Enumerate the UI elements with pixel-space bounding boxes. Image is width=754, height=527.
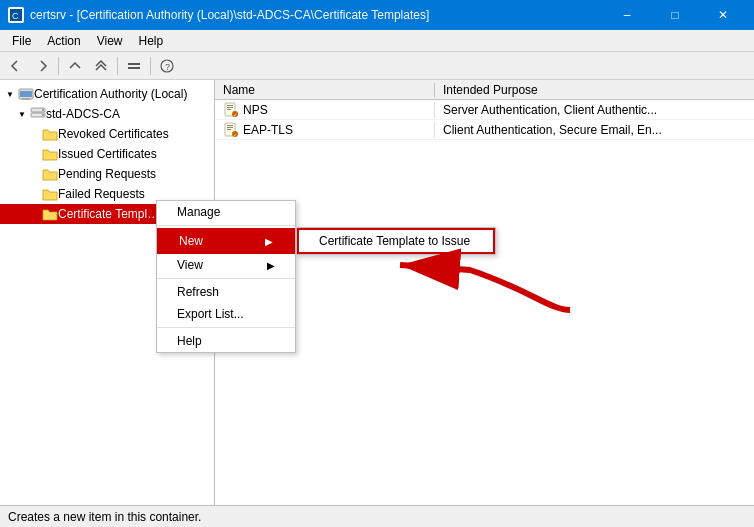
submenu-arrow-view: ▶: [267, 260, 275, 271]
status-bar: Creates a new item in this container.: [0, 505, 754, 527]
back-button[interactable]: [4, 55, 28, 77]
tree-issued-item[interactable]: ▶ Issued Certificates: [0, 144, 214, 164]
no-expand-icon-3: ▶: [28, 168, 40, 180]
title-bar-left: C certsrv - [Certification Authority (Lo…: [8, 7, 429, 23]
up-button[interactable]: [63, 55, 87, 77]
toolbar-separator-2: [117, 57, 118, 75]
svg-rect-14: [227, 105, 233, 106]
app-icon: C: [8, 7, 24, 23]
svg-point-12: [42, 114, 44, 116]
nps-purpose: Server Authentication, Client Authentic.…: [435, 103, 754, 117]
svg-point-11: [42, 109, 44, 111]
cert-template-icon-eaptls: ✓: [223, 122, 239, 138]
menu-file[interactable]: File: [4, 32, 39, 50]
server-icon: [30, 106, 46, 122]
toolbar: ?: [0, 52, 754, 80]
no-expand-icon-4: ▶: [28, 188, 40, 200]
svg-rect-22: [227, 129, 231, 130]
context-menu-sep-1: [157, 225, 295, 226]
adcs-label: std-ADCS-CA: [46, 107, 120, 121]
table-row[interactable]: ✓ NPS Server Authentication, Client Auth…: [215, 100, 754, 120]
forward-button[interactable]: [30, 55, 54, 77]
svg-text:?: ?: [165, 62, 170, 72]
eaptls-purpose: Client Authentication, Secure Email, En.…: [435, 123, 754, 137]
svg-rect-21: [227, 127, 233, 128]
show-hide-button[interactable]: [122, 55, 146, 77]
revoked-label: Revoked Certificates: [58, 127, 169, 141]
eaptls-label: EAP-TLS: [243, 123, 293, 137]
svg-rect-7: [22, 98, 30, 100]
svg-rect-2: [128, 63, 140, 65]
svg-text:C: C: [12, 11, 19, 21]
title-bar-controls: – □ ✕: [604, 0, 746, 30]
context-menu-sep-2: [157, 278, 295, 279]
svg-rect-15: [227, 107, 233, 108]
context-menu-sep-3: [157, 327, 295, 328]
no-expand-icon-2: ▶: [28, 148, 40, 160]
svg-rect-8: [20, 91, 32, 97]
context-menu: Manage New ▶ View ▶ Refresh Export List.…: [156, 200, 296, 353]
svg-rect-3: [128, 67, 140, 69]
cert-name-eaptls: ✓ EAP-TLS: [215, 122, 435, 138]
folder-templates-icon: [42, 206, 58, 222]
main-area: ▼ Certification Authority (Local) ▼ std-…: [0, 80, 754, 505]
context-menu-new[interactable]: New ▶: [157, 228, 295, 254]
minimize-button[interactable]: –: [604, 0, 650, 30]
svg-text:✓: ✓: [233, 111, 237, 117]
up2-button[interactable]: [89, 55, 113, 77]
title-bar: C certsrv - [Certification Authority (Lo…: [0, 0, 754, 30]
submenu-cert-template-to-issue[interactable]: Certificate Template to Issue: [297, 228, 495, 254]
context-menu-view[interactable]: View ▶: [157, 254, 295, 276]
column-header: Name Intended Purpose: [215, 80, 754, 100]
menu-view[interactable]: View: [89, 32, 131, 50]
table-row[interactable]: ✓ EAP-TLS Client Authentication, Secure …: [215, 120, 754, 140]
computer-icon: [18, 86, 34, 102]
menu-bar: File Action View Help: [0, 30, 754, 52]
svg-rect-16: [227, 109, 231, 110]
context-menu-help[interactable]: Help: [157, 330, 295, 352]
expand-adcs-icon: ▼: [16, 108, 28, 120]
folder-revoked-icon: [42, 126, 58, 142]
folder-failed-icon: [42, 186, 58, 202]
view-label: View: [177, 258, 203, 272]
help-button[interactable]: ?: [155, 55, 179, 77]
maximize-button[interactable]: □: [652, 0, 698, 30]
context-menu-manage[interactable]: Manage: [157, 201, 295, 223]
issued-label: Issued Certificates: [58, 147, 157, 161]
folder-issued-icon: [42, 146, 58, 162]
context-menu-refresh[interactable]: Refresh: [157, 281, 295, 303]
root-label: Certification Authority (Local): [34, 87, 187, 101]
toolbar-separator-3: [150, 57, 151, 75]
new-label: New: [179, 234, 203, 248]
no-expand-icon: ▶: [28, 128, 40, 140]
submenu: Certificate Template to Issue: [296, 227, 496, 255]
pending-label: Pending Requests: [58, 167, 156, 181]
submenu-arrow-new: ▶: [265, 236, 273, 247]
no-expand-icon-5: ▶: [28, 208, 40, 220]
cert-templates-label: Certificate Templ…: [58, 207, 159, 221]
tree-pending-item[interactable]: ▶ Pending Requests: [0, 164, 214, 184]
menu-action[interactable]: Action: [39, 32, 88, 50]
tree-adcs-item[interactable]: ▼ std-ADCS-CA: [0, 104, 214, 124]
status-text: Creates a new item in this container.: [8, 510, 201, 524]
context-menu-export[interactable]: Export List...: [157, 303, 295, 325]
svg-rect-20: [227, 125, 233, 126]
expand-root-icon: ▼: [4, 88, 16, 100]
tree-revoked-item[interactable]: ▶ Revoked Certificates: [0, 124, 214, 144]
tree-root-item[interactable]: ▼ Certification Authority (Local): [0, 84, 214, 104]
title-text: certsrv - [Certification Authority (Loca…: [30, 8, 429, 22]
toolbar-separator-1: [58, 57, 59, 75]
close-button[interactable]: ✕: [700, 0, 746, 30]
cert-template-icon-nps: ✓: [223, 102, 239, 118]
col-purpose-header: Intended Purpose: [435, 83, 754, 97]
menu-help[interactable]: Help: [131, 32, 172, 50]
nps-label: NPS: [243, 103, 268, 117]
failed-label: Failed Requests: [58, 187, 145, 201]
svg-text:✓: ✓: [233, 131, 237, 137]
col-name-header: Name: [215, 83, 435, 97]
cert-name-nps: ✓ NPS: [215, 102, 435, 118]
folder-pending-icon: [42, 166, 58, 182]
